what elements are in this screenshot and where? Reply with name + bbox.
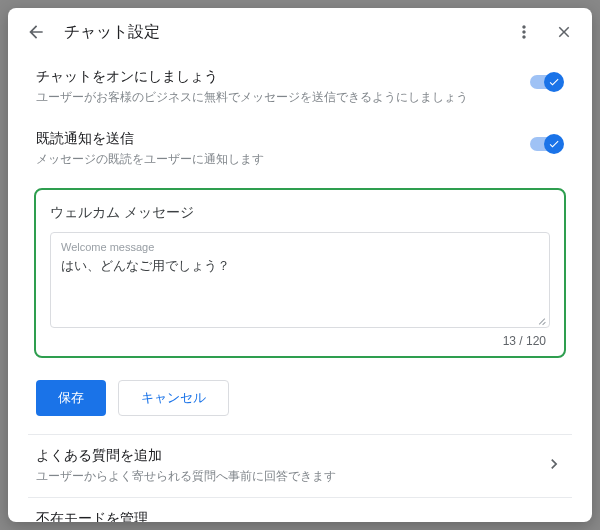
button-row: 保存 キャンセル — [28, 374, 572, 434]
dialog-content: チャットをオンにしましょう ユーザーがお客様のビジネスに無料でメッセージを送信で… — [8, 56, 592, 522]
chat-on-toggle[interactable] — [528, 72, 564, 92]
toggle-read-receipt: 既読通知を送信 メッセージの既読をユーザーに通知します — [28, 118, 572, 180]
close-icon — [555, 23, 573, 41]
dialog-title: チャット設定 — [64, 22, 496, 43]
char-count: 13 / 120 — [50, 334, 550, 348]
toggle-subtitle: ユーザーがお客様のビジネスに無料でメッセージを送信できるようにしましょう — [36, 89, 516, 106]
welcome-textarea-wrap: Welcome message — [50, 232, 550, 328]
toggle-title: 既読通知を送信 — [36, 130, 516, 148]
arrow-left-icon — [26, 22, 46, 42]
welcome-message-input[interactable] — [61, 257, 539, 313]
nav-faq[interactable]: よくある質問を追加 ユーザーからよく寄せられる質問へ事前に回答できます — [28, 434, 572, 497]
check-icon — [548, 138, 560, 150]
chat-settings-dialog: チャット設定 チャットをオンにしましょう ユーザーがお客様のビジネスに無料でメッ… — [8, 8, 592, 522]
toggle-chat-on: チャットをオンにしましょう ユーザーがお客様のビジネスに無料でメッセージを送信で… — [28, 56, 572, 118]
toggle-text: 既読通知を送信 メッセージの既読をユーザーに通知します — [36, 130, 516, 168]
back-button[interactable] — [24, 20, 48, 44]
close-button[interactable] — [552, 20, 576, 44]
chevron-right-icon — [544, 454, 564, 478]
more-menu-button[interactable] — [512, 20, 536, 44]
nav-title: よくある質問を追加 — [36, 447, 544, 465]
welcome-section-title: ウェルカム メッセージ — [50, 204, 550, 222]
resize-handle-icon[interactable] — [537, 315, 547, 325]
nav-title: 不在モードを管理 — [36, 510, 544, 522]
nav-away-mode[interactable]: 不在モードを管理 メッセージを受信したら、不在であることを自動応答で通知します — [28, 497, 572, 522]
toggle-subtitle: メッセージの既読をユーザーに通知します — [36, 151, 516, 168]
toggle-text: チャットをオンにしましょう ユーザーがお客様のビジネスに無料でメッセージを送信で… — [36, 68, 516, 106]
nav-text: 不在モードを管理 メッセージを受信したら、不在であることを自動応答で通知します — [36, 510, 544, 522]
read-receipt-toggle[interactable] — [528, 134, 564, 154]
welcome-textarea-label: Welcome message — [61, 241, 539, 253]
more-vert-icon — [514, 22, 534, 42]
chevron-right-icon — [544, 517, 564, 522]
nav-text: よくある質問を追加 ユーザーからよく寄せられる質問へ事前に回答できます — [36, 447, 544, 485]
toggle-title: チャットをオンにしましょう — [36, 68, 516, 86]
dialog-header: チャット設定 — [8, 8, 592, 56]
save-button[interactable]: 保存 — [36, 380, 106, 416]
welcome-message-section: ウェルカム メッセージ Welcome message 13 / 120 — [34, 188, 566, 358]
check-icon — [548, 76, 560, 88]
cancel-button[interactable]: キャンセル — [118, 380, 229, 416]
nav-subtitle: ユーザーからよく寄せられる質問へ事前に回答できます — [36, 468, 544, 485]
